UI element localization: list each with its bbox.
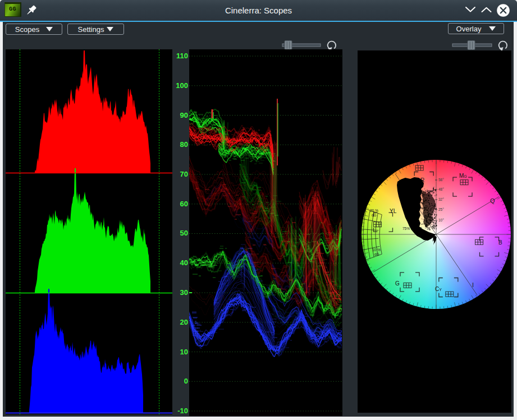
svg-text:B: B	[498, 239, 502, 246]
svg-text:48°: 48°	[438, 187, 444, 191]
svg-text:10 %: 10 %	[372, 248, 381, 252]
svg-text:dG: dG	[372, 213, 377, 217]
svg-text:CY: CY	[435, 286, 442, 292]
svg-text:I: I	[472, 281, 474, 288]
svg-text:58°: 58°	[438, 178, 444, 182]
svg-text:25°: 25°	[438, 207, 444, 211]
svg-text:Q: Q	[490, 197, 495, 204]
svg-text:10°: 10°	[438, 218, 444, 222]
svg-text:MG: MG	[459, 173, 467, 179]
svg-text:32°: 32°	[438, 197, 444, 201]
svg-text:20 %: 20 %	[370, 209, 378, 213]
svg-text:YL: YL	[390, 208, 397, 214]
svg-text:dG: dG	[374, 252, 379, 256]
svg-text:G: G	[395, 280, 400, 287]
